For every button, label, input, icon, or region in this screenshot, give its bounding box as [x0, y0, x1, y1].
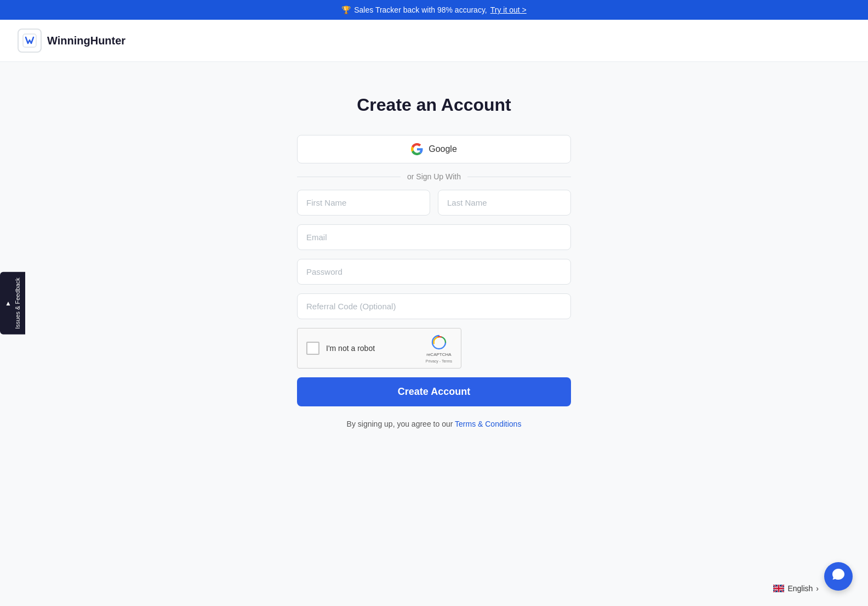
banner-link[interactable]: Try it out >: [490, 5, 527, 14]
flag-icon: [773, 585, 784, 592]
referral-input[interactable]: [297, 293, 571, 319]
feedback-sidebar[interactable]: ▲ Issues & Feedback: [0, 272, 25, 335]
name-row: [297, 190, 571, 216]
banner-emoji: 🏆: [341, 5, 351, 14]
logo[interactable]: WinningHunter: [18, 29, 125, 53]
chat-icon: [831, 568, 846, 585]
email-input[interactable]: [297, 224, 571, 250]
google-btn-label: Google: [429, 144, 457, 154]
recaptcha-label: I'm not a robot: [326, 344, 419, 353]
recaptcha-logo: reCAPTCHA Privacy - Terms: [426, 333, 452, 363]
create-btn-label: Create Account: [398, 386, 470, 397]
password-input[interactable]: [297, 259, 571, 285]
terms-text: By signing up, you agree to our Terms & …: [297, 420, 571, 428]
recaptcha-links: Privacy - Terms: [426, 359, 452, 363]
terms-link[interactable]: Terms & Conditions: [455, 420, 521, 428]
language-label: English: [787, 584, 813, 593]
main-content: Create an Account Google or Sign Up With: [0, 62, 868, 606]
top-banner: 🏆 Sales Tracker back with 98% accuracy, …: [0, 0, 868, 20]
language-selector[interactable]: English ›: [773, 584, 819, 593]
feedback-tab[interactable]: ▲ Issues & Feedback: [0, 272, 25, 335]
header: WinningHunter: [0, 20, 868, 62]
first-name-input[interactable]: [297, 190, 430, 216]
google-icon: [411, 143, 423, 155]
banner-text: Sales Tracker back with 98% accuracy,: [354, 5, 487, 14]
divider-text: or Sign Up With: [407, 172, 461, 181]
form-container: Google or Sign Up With I'm not a robot: [297, 135, 571, 428]
logo-icon: [18, 29, 42, 53]
recaptcha-spiral-icon: [430, 333, 448, 351]
last-name-input[interactable]: [438, 190, 571, 216]
chat-button[interactable]: [824, 562, 853, 591]
create-account-button[interactable]: Create Account: [297, 377, 571, 406]
recaptcha-widget[interactable]: I'm not a robot reCAPTCHA Privacy - Term…: [297, 328, 461, 369]
brand-name: WinningHunter: [47, 35, 125, 47]
divider: or Sign Up With: [297, 172, 571, 181]
recaptcha-brand: reCAPTCHA: [426, 352, 451, 358]
language-chevron-icon: ›: [816, 584, 819, 593]
page-title: Create an Account: [357, 95, 511, 115]
terms-prefix: By signing up, you agree to our: [347, 420, 453, 428]
feedback-label: Issues & Feedback: [14, 277, 21, 329]
google-signup-button[interactable]: Google: [297, 135, 571, 163]
feedback-arrow-icon: ▲: [4, 299, 12, 307]
recaptcha-checkbox[interactable]: [306, 342, 319, 355]
